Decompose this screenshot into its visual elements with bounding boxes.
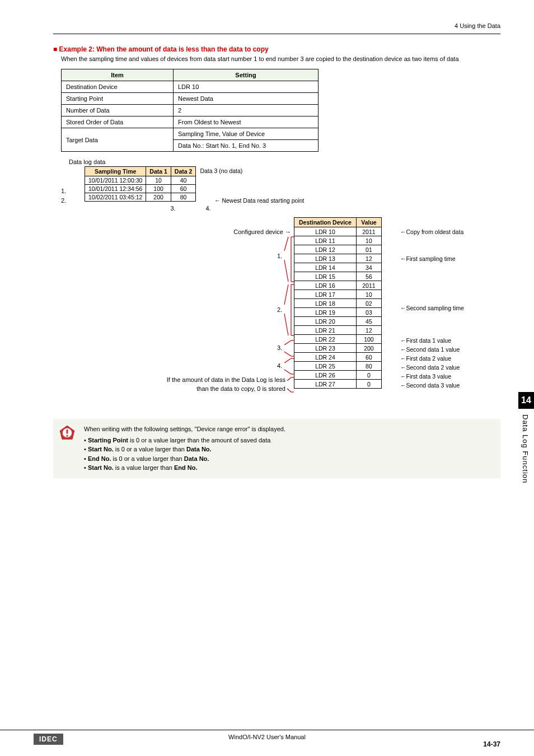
destination-table: Destination Device Value LDR 102011 LDR … — [294, 217, 382, 389]
table-row: LDR 1434 — [294, 263, 382, 272]
table-row: LDR 2460 — [294, 353, 382, 362]
log-header-d1: Data 1 — [146, 167, 171, 176]
table-row: LDR 1802 — [294, 299, 382, 308]
table-row: LDR 2112 — [294, 326, 382, 335]
warning-item: Start No. is 0 or a value larger than Da… — [84, 445, 495, 454]
table-row: Number of Data2 — [62, 105, 318, 116]
warning-item: End No. is 0 or a value larger than Data… — [84, 454, 495, 464]
bracket-diagram — [53, 217, 294, 402]
dest-note-15: ←Second data 2 value — [400, 364, 460, 371]
dest-note-17: ←Second data 3 value — [400, 382, 460, 389]
warning-item: Starting Point is 0 or a value larger th… — [84, 436, 495, 445]
footer-title: WindO/I-NV2 User's Manual — [0, 734, 534, 740]
table-row: LDR 22100 — [294, 335, 382, 344]
table-row: LDR 162011 — [294, 281, 382, 290]
settings-table: Item Setting Destination DeviceLDR 10 St… — [61, 69, 318, 152]
table-row: LDR 102011 — [294, 227, 382, 236]
dest-note-14: ←First data 2 value — [400, 355, 451, 362]
brand-logo: IDEC — [34, 734, 63, 745]
svg-rect-5 — [67, 435, 68, 437]
table-row: LDR 2580 — [294, 362, 382, 371]
table-row: LDR 2045 — [294, 317, 382, 326]
log-header-time: Sampling Time — [85, 167, 146, 176]
table-row: LDR 1110 — [294, 236, 382, 245]
log-data-table: Sampling Time Data 1 Data 2 10/01/2011 1… — [85, 166, 196, 202]
side-tab: 14 Data Log Function — [518, 392, 534, 489]
page-footer: IDEC WindO/I-NV2 User's Manual 14-37 — [0, 730, 534, 740]
svg-rect-4 — [67, 430, 68, 434]
col-marker-4: 4. — [197, 205, 219, 212]
page-header: 4 Using the Data — [53, 22, 500, 34]
table-row: Starting PointNewest Data — [62, 93, 318, 105]
table-row: LDR 1201 — [294, 245, 382, 254]
settings-header-item: Item — [62, 69, 174, 81]
table-row: 10/01/2011 12:00:301040 — [85, 176, 196, 185]
table-row: LDR 23200 — [294, 344, 382, 353]
table-row: Destination DeviceLDR 10 — [62, 81, 318, 93]
warning-box: When writing with the following settings… — [53, 419, 500, 478]
chapter-number: 14 — [518, 392, 534, 409]
warning-item: Start No. is a value larger than End No. — [84, 463, 495, 473]
log-caption: Data log data — [69, 158, 500, 165]
dest-note-16: ←First data 3 value — [400, 373, 451, 380]
warning-lead: When writing with the following settings… — [84, 424, 495, 434]
table-row: LDR 1312 — [294, 254, 382, 263]
row-marker-1: 1. — [61, 188, 66, 194]
table-row: Stored Order of DataFrom Oldest to Newes… — [62, 116, 318, 128]
example-desc: When the sampling time and values of dev… — [61, 55, 500, 63]
dest-note-8: ←Second sampling time — [400, 305, 464, 311]
dest-note-12: ←First data 1 value — [400, 337, 451, 344]
table-row: LDR 270 — [294, 380, 382, 389]
dest-note-3: ←First sampling time — [400, 255, 456, 262]
chapter-title: Data Log Function — [518, 409, 532, 489]
table-row: LDR 1556 — [294, 272, 382, 281]
table-row: Target DataSampling Time, Value of Devic… — [62, 128, 318, 140]
settings-header-setting: Setting — [174, 69, 318, 81]
table-row: LDR 1903 — [294, 308, 382, 317]
log-header-d2: Data 2 — [171, 167, 196, 176]
table-row: 10/01/2011 12:34:5610060 — [85, 185, 196, 193]
table-row: LDR 260 — [294, 371, 382, 380]
warning-icon — [59, 424, 76, 441]
dest-note-0: ←Copy from oldest data — [400, 228, 463, 235]
example-title: ■ Example 2: When the amount of data is … — [53, 45, 500, 53]
dest-note-13: ←Second data 1 value — [400, 346, 460, 353]
log-newest-note: ← Newest Data read starting point — [214, 197, 305, 204]
dest-header-value: Value — [356, 218, 381, 227]
table-row: 10/02/2011 03:45:1220080 — [85, 193, 196, 202]
page-number: 14-37 — [483, 740, 500, 748]
row-marker-2: 2. — [61, 197, 66, 204]
table-row: LDR 1710 — [294, 290, 382, 299]
log-data3-note: Data 3 (no data) — [200, 167, 242, 174]
dest-header-device: Destination Device — [294, 218, 357, 227]
col-marker-3: 3. — [162, 205, 184, 212]
